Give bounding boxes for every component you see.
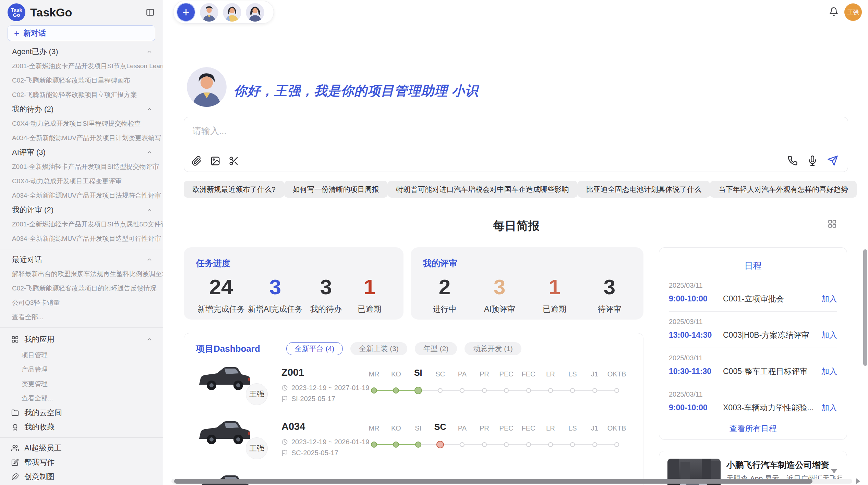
sidebar-section-header[interactable]: 我的待办 (2) xyxy=(0,102,163,116)
sidebar-task-item[interactable]: A034-全新新能源MUV产品开发项目造型可行性评审 xyxy=(0,232,163,246)
milestone-label: PA xyxy=(458,370,467,378)
horizontal-scrollbar[interactable] xyxy=(171,479,852,484)
sidebar-task-item[interactable]: C02-飞腾新能源轻客改款项目立项汇报方案 xyxy=(0,88,163,102)
vertical-scrollbar-thumb[interactable] xyxy=(863,249,867,366)
teammate-avatar[interactable] xyxy=(223,3,241,22)
app-item[interactable]: 变更管理 xyxy=(0,377,163,391)
event-join-link[interactable]: 加入 xyxy=(821,330,837,340)
dashboard-tab[interactable]: 全新上装 (3) xyxy=(350,342,407,355)
milestone-label: LS xyxy=(568,424,577,432)
greeting-text: 你好，王强，我是你的项目管理助理 小识 xyxy=(234,82,479,100)
event-date: 2025/03/11 xyxy=(669,318,837,326)
chat-input[interactable] xyxy=(192,123,672,139)
stat-label: 我的待办 xyxy=(306,304,346,314)
project-flag: SC-2025-05-17 xyxy=(291,449,338,457)
milestone-dot xyxy=(548,442,553,447)
dashboard-tab[interactable]: 全新平台 (4) xyxy=(286,342,343,355)
clock-icon xyxy=(281,385,288,391)
stat: 3待评审 xyxy=(589,276,630,314)
recent-conversation-item[interactable]: 查看全部... xyxy=(0,310,163,324)
app-item[interactable]: 产品管理 xyxy=(0,362,163,377)
dashboard-tab[interactable]: 动总开发 (1) xyxy=(465,342,521,355)
stat: 1已逾期 xyxy=(534,276,575,314)
my-apps-label: 我的应用 xyxy=(24,334,141,345)
suggestion-chip[interactable]: 欧洲新规最近颁布了什么? xyxy=(184,181,284,198)
suggestion-chip[interactable]: 特朗普可能对进口汽车增税会对中国车企造成哪些影响 xyxy=(388,181,578,198)
milestone-dot xyxy=(415,442,421,448)
sidebar-task-item[interactable]: C02-飞腾新能源轻客改款项目里程碑画布 xyxy=(0,73,163,88)
stat-label: 新增AI完成任务 xyxy=(248,304,303,314)
scroll-right-arrow[interactable] xyxy=(856,478,860,484)
event-join-link[interactable]: 加入 xyxy=(821,294,837,304)
sidebar-task-item[interactable]: A034-全新新能源MUV产品开发项目计划变更表编写 xyxy=(0,131,163,145)
teammate-avatar[interactable] xyxy=(246,3,264,22)
project-dashboard-card: 项目Dashboard 全新平台 (4)全新上装 (3)年型 (2)动总开发 (… xyxy=(184,333,643,485)
sidebar-item-favorites[interactable]: 我的收藏 xyxy=(0,420,163,434)
sidebar-item-my-apps[interactable]: 我的应用 xyxy=(0,331,163,348)
horizontal-scrollbar-thumb[interactable] xyxy=(174,479,812,484)
sidebar-task-item[interactable]: Z001-全新燃油轻卡产品开发项目SI造型提交物评审 xyxy=(0,160,163,174)
milestone-label: KO xyxy=(391,424,401,432)
send-icon[interactable] xyxy=(827,155,838,166)
suggestion-chip[interactable]: 比亚迪全固态电池计划具体说了什么 xyxy=(578,181,710,198)
milestone-track: MRKOSISCPAPRPECFECLRLSJ1OKTB xyxy=(363,358,628,412)
phone-icon[interactable] xyxy=(787,156,798,166)
sidebar-section-header[interactable]: AI评审 (3) xyxy=(0,145,163,160)
sidebar-section-header[interactable]: 我的评审 (2) xyxy=(0,203,163,217)
app-item[interactable]: 查看全部... xyxy=(0,391,163,406)
sidebar-item-ai-employee[interactable]: AI超级员工 xyxy=(0,441,163,455)
event-title: C003|H0B-方案冻结评审 xyxy=(723,330,821,340)
suggestion-chip[interactable]: 当下年轻人对汽车外观有怎样的喜好趋势 xyxy=(710,181,857,198)
view-all-schedule-link[interactable]: 查看所有日程 xyxy=(669,423,837,434)
divider xyxy=(0,249,163,249)
scroll-down-arrow[interactable] xyxy=(831,469,837,473)
suggestion-chip[interactable]: 如何写一份清晰的项目周报 xyxy=(284,181,388,198)
milestone-label: PEC xyxy=(499,424,514,432)
sidebar-collapse-icon[interactable] xyxy=(146,8,155,17)
sidebar-item-creative-draw[interactable]: 创意制图 xyxy=(0,470,163,484)
microphone-icon[interactable] xyxy=(807,156,818,166)
milestone-dot xyxy=(592,388,597,393)
paperclip-icon[interactable] xyxy=(192,156,202,166)
event-time: 9:00-10:00 xyxy=(669,403,723,412)
sidebar-task-item[interactable]: C0X4-动力总成开发项目SI里程碑提交物检查 xyxy=(0,116,163,131)
sidebar-task-item[interactable]: A034-全新新能源MUV产品开发项目法规符合性评审 xyxy=(0,188,163,203)
image-icon[interactable] xyxy=(210,156,220,166)
event-row: 13:00-14:30C003|H0B-方案冻结评审加入 xyxy=(669,330,837,340)
sidebar-section-header[interactable]: Agent已办 (3) xyxy=(0,45,163,59)
award-icon xyxy=(11,423,19,431)
sidebar-section-recent[interactable]: 最近对话 xyxy=(0,252,163,267)
divider xyxy=(669,384,837,384)
sidebar-item-help-write[interactable]: 帮我写作 xyxy=(0,455,163,470)
sidebar-item-cloud-space[interactable]: 我的云空间 xyxy=(0,406,163,420)
project-row[interactable]: 王强 A034 2023-12-19 ~ 2026-01-19 SC-2025-… xyxy=(184,412,643,466)
sidebar-task-item[interactable]: Z001-全新燃油轻卡产品开发项目SI节点属性5D文件评审 xyxy=(0,217,163,232)
recent-conversation-item[interactable]: 公司Q3轻卡销量 xyxy=(0,296,163,310)
user-avatar[interactable]: 王强 xyxy=(844,3,862,21)
app-title: TaskGo xyxy=(30,6,141,19)
recent-conversation-item[interactable]: 解释最新出台的欧盟报废车法规再生塑料比例被调至15%... xyxy=(0,267,163,281)
notification-bell-icon[interactable] xyxy=(829,7,839,18)
sidebar-task-item[interactable]: Z001-全新燃油皮卡产品开发项目SI节点Lesson Learn报告 xyxy=(0,59,163,73)
project-row[interactable]: 王强 Z001 2023-12-19 ~ 2027-01-19 SI-2025-… xyxy=(184,358,643,412)
plus-icon: + xyxy=(14,28,19,39)
recent-conversation-item[interactable]: C02-飞腾新能源轻客改款项目的闭环通告反馈情况 xyxy=(0,281,163,296)
event-join-link[interactable]: 加入 xyxy=(821,402,837,413)
stat-row: 24新增完成任务3新增AI完成任务3我的待办1已逾期 xyxy=(196,276,391,314)
event-join-link[interactable]: 加入 xyxy=(821,366,837,377)
dashboard-tab[interactable]: 年型 (2) xyxy=(415,342,457,355)
layout-grid-icon[interactable] xyxy=(828,219,837,230)
new-chat-button[interactable]: + 新对话 xyxy=(8,25,155,41)
scissors-icon[interactable] xyxy=(229,156,239,166)
add-member-button[interactable]: + xyxy=(177,3,195,22)
stat: 3我的待办 xyxy=(306,276,346,314)
chat-input-card xyxy=(184,117,848,172)
milestone-label: SI xyxy=(415,424,421,432)
app-item[interactable]: 项目管理 xyxy=(0,348,163,362)
schedule-event: 2025/03/119:00-10:00C001-立项审批会加入 xyxy=(669,282,837,304)
divider xyxy=(0,327,163,328)
sidebar-task-item[interactable]: C0X4-动力总成开发项目工程变更评审 xyxy=(0,174,163,188)
teammate-avatar[interactable] xyxy=(200,3,218,22)
users-icon xyxy=(11,444,19,452)
project-dates-row: 2023-12-19 ~ 2027-01-19 xyxy=(281,384,369,392)
